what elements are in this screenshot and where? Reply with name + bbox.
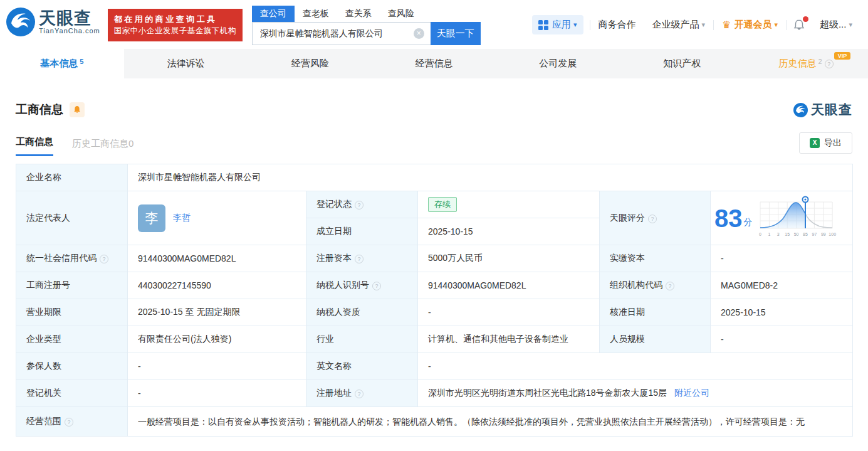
search-tab-relation[interactable]: 查关系 (337, 6, 380, 22)
main-content: 工商信息 天眼查 工商信息 历史工商信息0 X 导出 企业名称 深圳市星帷智能机… (0, 101, 868, 437)
reg-capital-label: 注册资本? (306, 245, 418, 272)
crown-icon: ♛ (722, 19, 731, 31)
menu-apps[interactable]: 应用 ▾ (532, 15, 583, 34)
menu-user[interactable]: 超级... ▾ (812, 19, 860, 31)
tab-legal-proceedings[interactable]: 法律诉讼 (124, 49, 248, 78)
taxpayer-quali-label: 纳税人资质 (306, 299, 418, 326)
watermark-brand: 天眼查 (811, 101, 852, 119)
nearby-companies-link[interactable]: 附近公司 (674, 388, 709, 398)
table-row: 企业名称 深圳市星帷智能机器人有限公司 (16, 164, 853, 191)
legal-rep-avatar[interactable]: 李 (138, 204, 165, 232)
business-scope-label: 经营范围? (16, 407, 128, 437)
search-tabs: 查公司 查老板 查关系 查风险 (252, 5, 481, 22)
score-distribution-chart: 013 155085 9799100 (756, 194, 839, 242)
establish-date-value: 2025-10-15 (418, 218, 600, 245)
table-row: 法定代表人 李 李哲 登记状态? 存续 天眼评分? 83 分 (16, 191, 853, 218)
notification-bell-icon[interactable] (787, 19, 812, 31)
reg-status-value: 存续 (418, 191, 600, 218)
help-icon[interactable]: ? (355, 255, 363, 263)
taxpayer-id-label: 纳税人识别号? (306, 272, 418, 299)
search-button[interactable]: 天眼一下 (431, 22, 481, 45)
help-icon[interactable]: ? (65, 418, 73, 427)
help-icon[interactable]: ? (100, 255, 108, 263)
slogan-line1: 都在用的商业查询工具 (114, 13, 236, 25)
monitor-bell-icon[interactable] (70, 102, 85, 117)
legal-rep-link[interactable]: 李哲 (173, 213, 191, 224)
establish-date-label: 成立日期 (306, 218, 418, 245)
score-label: 天眼评分? (600, 191, 711, 245)
notification-dot (803, 16, 808, 22)
reg-authority-label: 登记机关 (16, 380, 128, 407)
apps-grid-icon (538, 20, 548, 30)
svg-text:50: 50 (793, 232, 798, 236)
staff-size-value: - (711, 326, 853, 353)
reg-address-label: 注册地址? (306, 380, 418, 407)
menu-enterprise[interactable]: 企业级产品 ▾ (644, 19, 714, 31)
menu-vip[interactable]: ♛ 开通会员 ▾ (714, 19, 786, 31)
search-tab-boss[interactable]: 查老板 (295, 6, 337, 22)
help-icon[interactable]: ? (372, 282, 381, 290)
table-row: 营业期限 2025-10-15 至 无固定期限 纳税人资质 - 核准日期 202… (16, 299, 853, 326)
taxpayer-quali-value: - (418, 299, 600, 326)
tianyancha-logo[interactable]: 天眼查 TianYanCha.com (6, 8, 100, 36)
svg-text:3: 3 (776, 232, 779, 236)
svg-text:0: 0 (759, 232, 761, 236)
credit-code-value: 91440300MAG0MED82L (128, 245, 306, 272)
company-nav-tabs: 基本信息5 法律诉讼 经营风险 经营信息 公司发展 知识产权 VIP 历史信息 … (0, 49, 868, 78)
table-row: 企业类型 有限责任公司(法人独资) 行业 计算机、通信和其他电子设备制造业 人员… (16, 326, 853, 353)
export-button[interactable]: X 导出 (799, 132, 852, 154)
search-tab-company[interactable]: 查公司 (252, 6, 295, 22)
watermark-logo: 天眼查 (793, 101, 852, 119)
reg-address-value: 深圳市光明区光明街道东周社区光电北路18号金新农大厦15层 附近公司 (418, 380, 853, 407)
approval-date-label: 核准日期 (600, 299, 711, 326)
search-tab-risk[interactable]: 查风险 (380, 6, 422, 22)
english-name-value: - (418, 353, 853, 380)
tab-operating-risk[interactable]: 经营风险 (248, 49, 372, 78)
menu-business[interactable]: 商务合作 (590, 19, 644, 31)
tab-history-info[interactable]: VIP 历史信息 2 ? (744, 49, 868, 78)
paid-capital-label: 实缴资本 (600, 245, 711, 272)
company-type-label: 企业类型 (16, 326, 128, 353)
legal-rep-cell: 李 李哲 (128, 191, 306, 245)
reg-number-label: 工商注册号 (16, 272, 128, 299)
page-title: 工商信息 (16, 102, 63, 118)
help-icon[interactable]: ? (825, 60, 834, 68)
help-icon[interactable]: ? (648, 215, 657, 223)
approval-date-value: 2025-10-15 (711, 299, 853, 326)
help-icon[interactable]: ? (355, 201, 363, 210)
chevron-down-icon: ▾ (573, 21, 577, 29)
chevron-down-icon: ▾ (702, 21, 706, 29)
svg-text:85: 85 (803, 232, 808, 236)
subtab-history-business-info[interactable]: 历史工商信息0 (72, 138, 133, 156)
help-icon[interactable]: ? (666, 282, 674, 290)
tab-basic-info[interactable]: 基本信息5 (0, 49, 124, 78)
business-scope-value: 一般经营项目是：以自有资金从事投资活动；智能机器人的研发；智能机器人销售。（除依… (128, 407, 853, 437)
slogan-banner: 都在用的商业查询工具 国家中小企业发展子基金旗下机构 (108, 9, 243, 41)
company-type-value: 有限责任公司(法人独资) (128, 326, 306, 353)
credit-code-label: 统一社会信用代码? (16, 245, 128, 272)
subtab-row: 工商信息 历史工商信息0 X 导出 (16, 132, 852, 156)
svg-text:1: 1 (768, 232, 770, 236)
industry-label: 行业 (306, 326, 418, 353)
top-header: 天眼查 TianYanCha.com 都在用的商业查询工具 国家中小企业发展子基… (0, 0, 868, 44)
help-icon[interactable]: ? (355, 390, 363, 398)
reg-number-value: 440300227145590 (128, 272, 306, 299)
svg-text:100: 100 (829, 232, 836, 236)
legal-rep-label: 法定代表人 (16, 191, 128, 245)
tab-intellectual-property[interactable]: 知识产权 (620, 49, 744, 78)
company-name-label: 企业名称 (16, 164, 128, 191)
tab-operating-info[interactable]: 经营信息 (372, 49, 496, 78)
tab-count: 5 (80, 58, 83, 65)
chevron-down-icon: ▾ (849, 21, 852, 29)
score-unit: 分 (744, 217, 753, 228)
top-menu: 应用 ▾ 商务合作 企业级产品 ▾ ♛ 开通会员 ▾ 超级... ▾ (532, 15, 860, 34)
logo-swirl-icon (793, 103, 808, 117)
reg-capital-value: 5000万人民币 (418, 245, 600, 272)
business-term-value: 2025-10-15 至 无固定期限 (128, 299, 306, 326)
search-input[interactable] (252, 22, 431, 45)
chevron-down-icon: ▾ (774, 21, 778, 29)
reg-status-label: 登记状态? (306, 191, 418, 218)
tab-company-development[interactable]: 公司发展 (496, 49, 620, 78)
subtab-business-info[interactable]: 工商信息 (16, 136, 53, 156)
clear-icon[interactable]: × (414, 28, 424, 39)
